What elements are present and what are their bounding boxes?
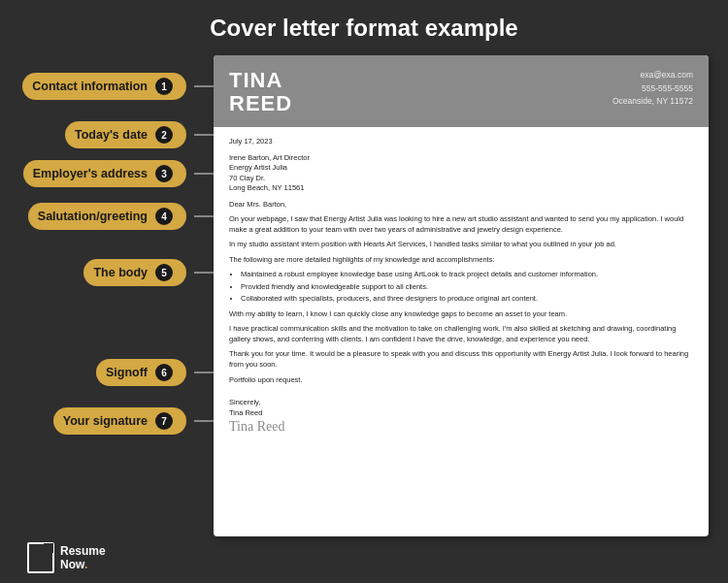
label-badge-4: Salutation/greeting 4 [28, 203, 186, 230]
first-name: TINA [229, 69, 292, 92]
employer-block: Irene Barton, Art Director Energy Artist… [229, 153, 693, 194]
label-badge-6: Signoff 6 [96, 359, 186, 386]
connector-3 [194, 173, 214, 175]
signer-name: Tina Reed [229, 407, 693, 418]
label-badge-5: The body 5 [83, 259, 186, 286]
main-container: Cover letter format example Contact info… [0, 0, 728, 583]
employer-company: Energy Artist Julia [229, 163, 693, 174]
label-date: Today's date 2 [19, 121, 214, 148]
bullet-3: Collaborated with specialists, producers… [241, 294, 693, 305]
label-text-6: Signoff [106, 366, 148, 379]
label-number-3: 3 [155, 165, 173, 182]
salutation: Dear Mrs. Barton, [229, 200, 693, 211]
letter-date: July 17, 2023 [229, 137, 693, 147]
header-name: TINA REED [229, 69, 292, 115]
label-number-5: 5 [155, 264, 173, 281]
body-para-5: I have practical communication skills an… [229, 324, 693, 344]
connector-2 [194, 134, 214, 136]
label-number-2: 2 [155, 126, 173, 144]
letter-header: TINA REED exa@exa.com 555-555-5555 Ocean… [214, 55, 709, 127]
bullet-list: Maintained a robust employee knowledge b… [241, 270, 693, 305]
employer-address2: Long Beach, NY 11561 [229, 183, 693, 194]
logo-text: Resume Now. [60, 544, 106, 572]
label-text-3: Employer's address [33, 167, 148, 180]
label-salutation: Salutation/greeting 4 [19, 203, 214, 230]
employer-address1: 70 Clay Dr. [229, 174, 693, 184]
content-area: Contact information 1 Today's date 2 Emp… [19, 55, 709, 536]
body-para-2: In my studio assistant intern position w… [229, 240, 693, 250]
connector-1 [194, 85, 214, 87]
bullet-2: Provided friendly and knowledgeable supp… [241, 282, 693, 293]
logo-dot: . [84, 558, 87, 571]
page-title: Cover letter format example [210, 15, 517, 42]
label-employer-address: Employer's address 3 [19, 160, 214, 187]
logo-icon [27, 542, 54, 573]
label-body: The body 5 [19, 259, 214, 286]
signoff: Sincerely, [229, 397, 693, 407]
logo-line2: Now. [60, 558, 87, 571]
label-contact-info: Contact information 1 [19, 73, 214, 100]
label-text-7: Your signature [63, 414, 148, 428]
label-badge-7: Your signature 7 [53, 407, 186, 435]
header-contact: exa@exa.com 555-555-5555 Oceanside, NY 1… [612, 69, 693, 109]
connector-4 [194, 215, 214, 217]
body-para-6: Thank you for your time. It would be a p… [229, 349, 693, 370]
body-para-3: The following are more detailed highligh… [229, 255, 693, 266]
header-location: Oceanside, NY 11572 [612, 95, 693, 109]
label-signature: Your signature 7 [19, 407, 214, 435]
connector-7 [194, 420, 214, 422]
portfolio-line: Portfolio upon request. [229, 374, 693, 385]
label-text-2: Today's date [75, 128, 148, 142]
employer-name: Irene Barton, Art Director [229, 153, 693, 164]
label-text-1: Contact information [32, 80, 148, 93]
connector-6 [194, 372, 214, 373]
label-number-6: 6 [155, 364, 173, 381]
header-email: exa@exa.com [612, 69, 693, 82]
label-badge-2: Today's date 2 [65, 121, 186, 148]
label-number-1: 1 [155, 78, 173, 95]
connector-5 [194, 272, 214, 274]
labels-column: Contact information 1 Today's date 2 Emp… [19, 55, 214, 536]
label-number-4: 4 [155, 208, 173, 225]
label-badge-1: Contact information 1 [22, 73, 186, 100]
letter-wrapper: TINA REED exa@exa.com 555-555-5555 Ocean… [214, 55, 709, 536]
last-name: REED [229, 92, 292, 115]
letter-body: July 17, 2023 Irene Barton, Art Director… [214, 127, 709, 536]
label-number-7: 7 [155, 412, 173, 430]
label-badge-3: Employer's address 3 [23, 160, 186, 187]
header-phone: 555-555-5555 [612, 82, 693, 96]
logo-line1: Resume [60, 544, 106, 558]
signature-cursive: Tina Reed [229, 420, 693, 434]
label-text-4: Salutation/greeting [38, 210, 148, 223]
logo-fold [45, 544, 52, 552]
bullet-1: Maintained a robust employee knowledge b… [241, 270, 693, 280]
body-para-1: On your webpage, I saw that Energy Artis… [229, 214, 693, 235]
label-signoff: Signoff 6 [19, 359, 214, 386]
body-para-4: With my ability to learn, I know I can q… [229, 309, 693, 320]
signoff-block: Portfolio upon request. Sincerely, Tina … [229, 374, 693, 434]
label-text-5: The body [93, 266, 148, 279]
letter-doc: TINA REED exa@exa.com 555-555-5555 Ocean… [214, 55, 709, 536]
